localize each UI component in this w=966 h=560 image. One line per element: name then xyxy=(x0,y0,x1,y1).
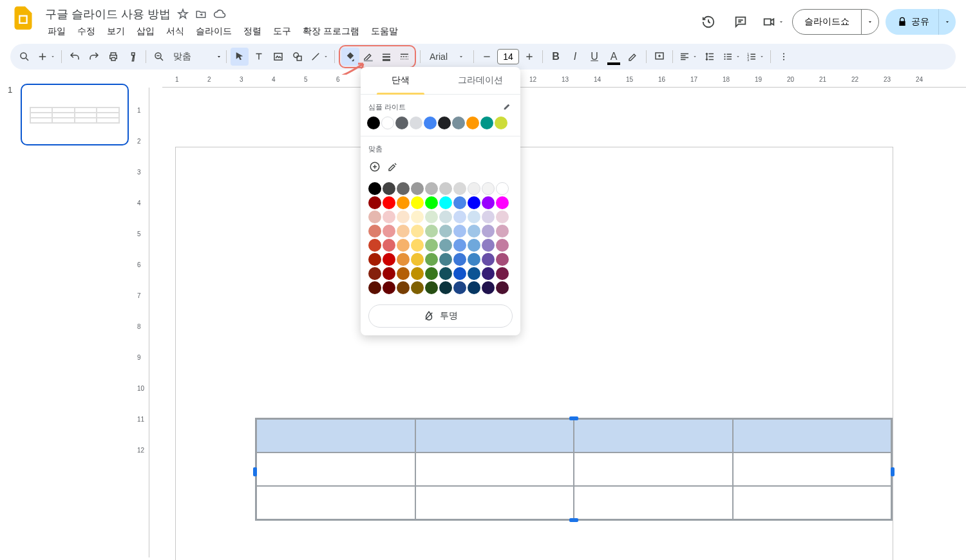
italic-icon[interactable]: I xyxy=(566,48,584,66)
color-swatch[interactable] xyxy=(495,117,507,129)
color-swatch[interactable] xyxy=(425,182,438,195)
color-swatch[interactable] xyxy=(425,196,438,209)
paint-format-icon[interactable] xyxy=(124,48,142,66)
color-swatch[interactable] xyxy=(397,196,410,209)
color-swatch[interactable] xyxy=(453,196,466,209)
star-icon[interactable] xyxy=(177,8,189,20)
menu-help[interactable]: 도움말 xyxy=(366,23,403,40)
add-custom-color-icon[interactable] xyxy=(368,160,381,173)
color-swatch[interactable] xyxy=(453,267,466,280)
color-swatch[interactable] xyxy=(439,196,452,209)
color-swatch[interactable] xyxy=(383,210,395,223)
more-icon[interactable] xyxy=(775,48,793,66)
color-swatch[interactable] xyxy=(411,267,424,280)
highlight-color-icon[interactable] xyxy=(624,48,642,66)
numbered-list-icon[interactable]: 123 xyxy=(744,48,766,66)
undo-icon[interactable] xyxy=(66,48,84,66)
color-swatch[interactable] xyxy=(383,239,395,252)
slideshow-button-main[interactable]: 슬라이드쇼 xyxy=(793,16,861,28)
color-swatch[interactable] xyxy=(368,196,381,209)
color-swatch[interactable] xyxy=(482,210,495,223)
color-swatch[interactable] xyxy=(368,225,381,238)
color-swatch[interactable] xyxy=(496,196,509,209)
color-swatch[interactable] xyxy=(425,225,438,238)
font-size-increase[interactable] xyxy=(520,48,538,66)
color-swatch[interactable] xyxy=(496,225,509,238)
color-swatch[interactable] xyxy=(368,267,381,280)
color-swatch[interactable] xyxy=(482,267,495,280)
menu-insert[interactable]: 삽입 xyxy=(131,23,160,40)
color-swatch[interactable] xyxy=(368,210,381,223)
image-icon[interactable] xyxy=(269,48,287,66)
meet-button[interactable] xyxy=(760,9,786,35)
eyedropper-icon[interactable] xyxy=(386,160,399,173)
color-swatch[interactable] xyxy=(411,239,424,252)
history-icon[interactable] xyxy=(696,9,721,35)
color-swatch[interactable] xyxy=(482,182,495,195)
color-swatch[interactable] xyxy=(496,253,509,266)
color-swatch[interactable] xyxy=(468,210,480,223)
select-tool-icon[interactable] xyxy=(231,48,249,66)
color-swatch[interactable] xyxy=(496,281,509,294)
color-swatch[interactable] xyxy=(411,196,424,209)
menu-edit[interactable]: 수정 xyxy=(72,23,100,40)
color-swatch[interactable] xyxy=(482,225,495,238)
slide-thumbnail[interactable] xyxy=(21,84,129,145)
color-swatch[interactable] xyxy=(397,253,410,266)
underline-icon[interactable]: U xyxy=(585,48,603,66)
color-swatch[interactable] xyxy=(368,281,381,294)
align-icon[interactable] xyxy=(677,48,699,66)
shape-icon[interactable] xyxy=(289,48,307,66)
color-swatch[interactable] xyxy=(411,210,424,223)
edit-theme-icon[interactable] xyxy=(502,101,513,113)
color-swatch[interactable] xyxy=(480,117,493,129)
color-swatch[interactable] xyxy=(453,225,466,238)
color-swatch[interactable] xyxy=(383,267,395,280)
cloud-status-icon[interactable] xyxy=(213,8,226,21)
color-swatch[interactable] xyxy=(439,210,452,223)
tab-gradient[interactable]: 그라데이션 xyxy=(440,67,520,94)
color-swatch[interactable] xyxy=(453,239,466,252)
color-swatch[interactable] xyxy=(411,281,424,294)
insert-comment-icon[interactable] xyxy=(650,48,668,66)
text-color-icon[interactable]: A xyxy=(605,48,623,66)
chevron-down-icon[interactable] xyxy=(216,53,222,60)
color-swatch[interactable] xyxy=(466,117,479,129)
slides-logo[interactable] xyxy=(10,5,36,31)
color-swatch[interactable] xyxy=(425,210,438,223)
line-spacing-icon[interactable] xyxy=(701,48,719,66)
color-swatch[interactable] xyxy=(482,239,495,252)
color-swatch[interactable] xyxy=(468,239,480,252)
color-swatch[interactable] xyxy=(397,182,410,195)
menu-view[interactable]: 보기 xyxy=(102,23,130,40)
color-swatch[interactable] xyxy=(439,253,452,266)
color-swatch[interactable] xyxy=(496,182,509,195)
color-swatch[interactable] xyxy=(468,196,480,209)
color-swatch[interactable] xyxy=(482,253,495,266)
color-swatch[interactable] xyxy=(368,182,381,195)
zoom-level[interactable]: 맞춤 xyxy=(169,51,214,62)
color-swatch[interactable] xyxy=(468,281,480,294)
slide-table[interactable] xyxy=(255,418,893,521)
zoom-out-icon[interactable] xyxy=(150,48,168,66)
color-swatch[interactable] xyxy=(439,281,452,294)
font-size-input[interactable] xyxy=(497,49,519,64)
menu-format[interactable]: 서식 xyxy=(161,23,189,40)
color-swatch[interactable] xyxy=(368,239,381,252)
slideshow-button-dropdown[interactable] xyxy=(861,10,878,34)
transparent-button[interactable]: 투명 xyxy=(368,304,513,328)
move-folder-icon[interactable] xyxy=(195,8,207,20)
color-swatch[interactable] xyxy=(411,182,424,195)
color-swatch[interactable] xyxy=(425,267,438,280)
color-swatch[interactable] xyxy=(439,239,452,252)
color-swatch[interactable] xyxy=(496,210,509,223)
color-swatch[interactable] xyxy=(411,253,424,266)
color-swatch[interactable] xyxy=(367,117,380,129)
color-swatch[interactable] xyxy=(381,117,394,129)
color-swatch[interactable] xyxy=(397,225,410,238)
color-swatch[interactable] xyxy=(439,225,452,238)
bullet-list-icon[interactable] xyxy=(720,48,743,66)
color-swatch[interactable] xyxy=(496,267,509,280)
color-swatch[interactable] xyxy=(453,210,466,223)
comments-icon[interactable] xyxy=(728,9,753,35)
